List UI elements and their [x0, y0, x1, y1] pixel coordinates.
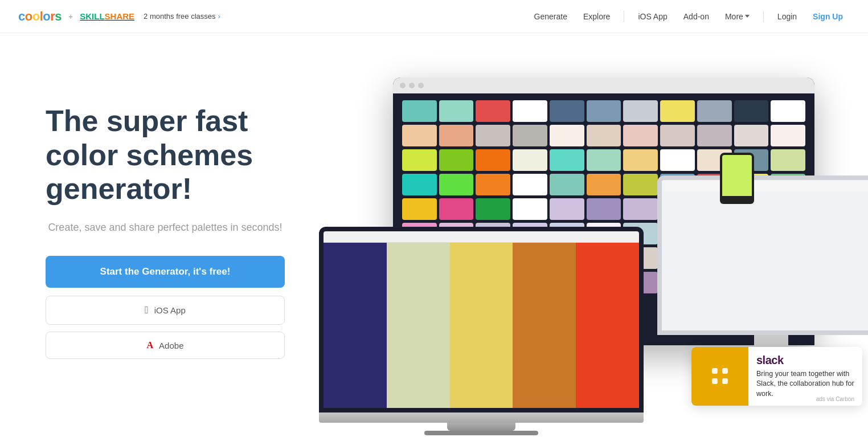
laptop-screen [319, 227, 644, 413]
logo-letter-s: s [55, 9, 62, 24]
plus-sign: + [68, 12, 73, 21]
nav-separator-2 [763, 11, 764, 22]
logo-letter-o3: o [43, 9, 50, 24]
monitor-big-bar [393, 77, 814, 93]
color-chip [697, 100, 732, 122]
color-chip [587, 198, 621, 220]
nav-addon[interactable]: Add-on [677, 9, 716, 24]
phone [720, 153, 754, 204]
logo-letter-o1: o [25, 9, 32, 24]
monitor-right-bar [662, 180, 868, 191]
laptop-foot [424, 431, 538, 435]
color-chip [402, 198, 437, 220]
laptop-palette-display [324, 243, 639, 408]
color-chip [734, 125, 769, 146]
logo-letter-o2: o [32, 9, 40, 24]
logo-area: c o o l o r s + SKILLSHARE 2 months free… [18, 9, 220, 24]
laptop-color-1 [324, 243, 387, 408]
nav-login[interactable]: Login [771, 9, 804, 24]
color-chip [513, 125, 547, 146]
main-content: The super fast color schemes generator! … [0, 33, 868, 437]
laptop-base [319, 413, 644, 423]
color-chip [587, 149, 621, 171]
skillshare-share: SHARE [105, 11, 135, 21]
color-chip [623, 198, 658, 220]
ios-app-button[interactable]:  iOS App [46, 296, 285, 325]
palette-row-2 [402, 125, 805, 146]
color-chip [513, 100, 547, 122]
color-chip [439, 100, 474, 122]
header-nav: Generate Explore iOS App Add-on More Log… [527, 9, 850, 24]
skillshare-skill: SKILL [80, 11, 104, 21]
color-chip [623, 174, 658, 195]
color-chip [587, 125, 621, 146]
phone-body [720, 198, 754, 204]
svg-rect-0 [712, 368, 718, 374]
color-chip [439, 198, 474, 220]
slack-logo-icon [709, 365, 731, 387]
color-chip [550, 149, 584, 171]
laptop [319, 227, 644, 435]
laptop-address-bar [324, 231, 639, 243]
color-chip [771, 125, 805, 146]
color-chip [623, 125, 658, 146]
color-chip [513, 198, 547, 220]
nav-more[interactable]: More [718, 9, 756, 24]
nav-explore[interactable]: Explore [576, 9, 617, 24]
right-panel: slack Bring your team together with Slac… [319, 33, 868, 437]
monitor-dot-1 [400, 83, 406, 88]
nav-generate[interactable]: Generate [527, 9, 574, 24]
nav-more-label: More [725, 12, 743, 21]
color-chip [697, 125, 732, 146]
laptop-color-5 [576, 243, 639, 408]
color-chip [439, 149, 474, 171]
left-panel: The super fast color schemes generator! … [0, 81, 319, 389]
color-chip [550, 100, 584, 122]
monitor-right-screen [657, 175, 868, 335]
color-chip [660, 125, 695, 146]
nav-ios-app[interactable]: iOS App [631, 9, 674, 24]
chevron-down-icon [745, 15, 750, 18]
coolors-logo[interactable]: c o o l o r s [18, 9, 62, 24]
ios-app-label: iOS App [154, 305, 186, 315]
color-chip [550, 174, 584, 195]
cta-button[interactable]: Start the Generator, it's free! [46, 256, 285, 288]
color-chip [476, 174, 510, 195]
color-chip [623, 149, 658, 171]
adobe-icon: A [147, 340, 154, 350]
promo-arrow-icon: › [218, 12, 220, 21]
color-chip [402, 149, 437, 171]
color-chip [734, 100, 769, 122]
color-chip [476, 149, 510, 171]
monitor-dot-3 [418, 83, 424, 88]
svg-rect-2 [712, 378, 718, 384]
logo-letter-r: r [50, 9, 55, 24]
laptop-stand [447, 423, 515, 431]
promo-banner[interactable]: 2 months free classes › [144, 12, 220, 21]
color-chip [439, 174, 474, 195]
color-chip [771, 149, 805, 171]
adobe-label: Adobe [159, 341, 183, 350]
promo-text: 2 months free classes [144, 12, 215, 21]
apple-icon:  [145, 304, 149, 316]
monitor-dot-2 [409, 83, 415, 88]
svg-rect-1 [722, 368, 728, 374]
nav-signup[interactable]: Sign Up [806, 9, 850, 24]
laptop-color-2 [387, 243, 450, 408]
logo-letter-c: c [18, 9, 25, 24]
color-chip [402, 100, 437, 122]
color-chip [513, 174, 547, 195]
color-chip [476, 100, 510, 122]
color-chip [587, 100, 621, 122]
header: c o o l o r s + SKILLSHARE 2 months free… [0, 0, 868, 33]
skillshare-logo[interactable]: SKILLSHARE [80, 11, 134, 21]
color-chip [550, 125, 584, 146]
slack-logo-area [691, 347, 748, 406]
color-chip [476, 125, 510, 146]
color-chip [587, 174, 621, 195]
monitor-right-body [662, 191, 868, 335]
slack-ad[interactable]: slack Bring your team together with Slac… [691, 347, 862, 406]
ads-via-text: ads via Carbon [813, 395, 858, 403]
desktop-monitor [657, 175, 868, 358]
adobe-button[interactable]: A Adobe [46, 332, 285, 359]
